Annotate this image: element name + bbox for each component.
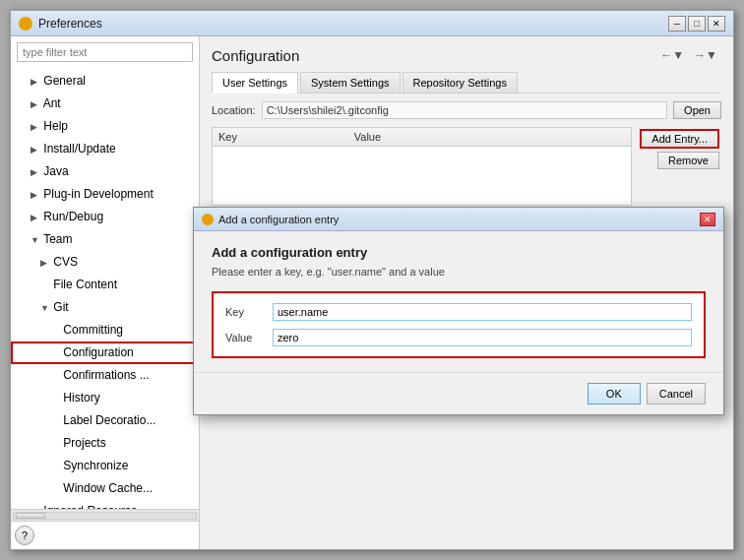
sidebar-item-label: File Content bbox=[53, 278, 117, 291]
remove-button[interactable]: Remove bbox=[657, 152, 719, 169]
filter-input[interactable] bbox=[17, 42, 193, 62]
sidebar-item-run-debug[interactable]: ▶ Run/Debug bbox=[11, 206, 199, 228]
key-label: Key bbox=[225, 306, 265, 318]
dialog-footer: OK Cancel bbox=[194, 372, 723, 414]
arrow-icon bbox=[50, 390, 60, 407]
window-icon bbox=[19, 17, 32, 31]
col-value-header: Value bbox=[354, 131, 626, 143]
sidebar-item-projects[interactable]: Projects bbox=[11, 432, 199, 455]
sidebar-item-label: Label Decoratio... bbox=[63, 413, 155, 427]
dialog-close-button[interactable]: ✕ bbox=[700, 213, 715, 226]
arrow-icon: ▶ bbox=[31, 141, 40, 158]
sidebar-item-confirmations[interactable]: Confirmations ... bbox=[11, 364, 199, 387]
key-input[interactable] bbox=[273, 303, 692, 321]
minimize-button[interactable]: ─ bbox=[668, 16, 686, 31]
arrow-icon: ▶ bbox=[31, 209, 40, 226]
page-title-row: Configuration ←▼ →▼ bbox=[212, 46, 721, 64]
arrow-icon bbox=[40, 277, 50, 294]
sidebar-item-label: History bbox=[63, 391, 99, 404]
sidebar-item-git[interactable]: ▼ Git bbox=[11, 296, 199, 319]
tab-repository-settings[interactable]: Repository Settings bbox=[403, 72, 518, 93]
location-value: C:\Users\shilei2\.gitconfig bbox=[262, 101, 667, 119]
close-button[interactable]: ✕ bbox=[708, 16, 725, 31]
sidebar-item-label: Confirmations ... bbox=[63, 368, 149, 382]
sidebar-item-help[interactable]: ▶ Help bbox=[11, 115, 199, 138]
form-row-value: Value bbox=[225, 329, 692, 346]
sidebar-item-label: Committing bbox=[63, 323, 123, 337]
sidebar-item-file-content[interactable]: File Content bbox=[11, 274, 199, 296]
dialog-heading: Add a configuration entry bbox=[212, 245, 706, 260]
sidebar-item-label: General bbox=[43, 74, 86, 88]
help-button[interactable]: ? bbox=[15, 526, 34, 545]
arrow-icon bbox=[50, 344, 60, 362]
arrow-icon bbox=[50, 322, 60, 340]
horizontal-scrollbar[interactable] bbox=[11, 509, 199, 521]
table-content bbox=[212, 147, 632, 206]
tab-user-settings[interactable]: User Settings bbox=[212, 72, 298, 93]
arrow-icon bbox=[50, 480, 60, 498]
sidebar-item-committing[interactable]: Committing bbox=[11, 319, 199, 342]
table-section: Key Value Add Entry... Remove bbox=[212, 127, 721, 206]
arrow-icon: ▶ bbox=[31, 186, 40, 204]
sidebar-item-label: Projects bbox=[63, 436, 105, 450]
sidebar-item-cvs[interactable]: ▶ CVS bbox=[11, 251, 199, 274]
arrow-icon: ▼ bbox=[40, 299, 50, 317]
title-bar: Preferences ─ □ ✕ bbox=[11, 11, 733, 36]
sidebar-item-configuration[interactable]: Configuration bbox=[11, 342, 199, 364]
sidebar-item-label: Window Cache... bbox=[63, 481, 153, 495]
sidebar-item-label: Ant bbox=[43, 96, 61, 110]
sidebar-item-label: Synchronize bbox=[63, 459, 128, 472]
value-label: Value bbox=[225, 332, 265, 343]
sidebar-item-synchronize[interactable]: Synchronize bbox=[11, 455, 199, 477]
table-header: Key Value bbox=[212, 127, 632, 147]
table-container: Key Value bbox=[212, 127, 632, 206]
arrow-icon: ▶ bbox=[31, 73, 40, 91]
sidebar-item-general[interactable]: ▶ General bbox=[11, 70, 199, 93]
sidebar-item-label: Configuration bbox=[63, 345, 133, 359]
sidebar-item-ignored-resources[interactable]: Ignored Resource... bbox=[11, 500, 199, 509]
sidebar-item-label: Help bbox=[43, 119, 68, 133]
nav-buttons: ←▼ →▼ bbox=[656, 46, 721, 64]
sidebar-item-window-cache[interactable]: Window Cache... bbox=[11, 477, 199, 500]
tab-system-settings[interactable]: System Settings bbox=[300, 72, 400, 93]
open-button[interactable]: Open bbox=[673, 101, 721, 119]
arrow-icon: ▶ bbox=[40, 254, 50, 272]
dialog-icon bbox=[202, 214, 214, 225]
sidebar-item-label: Install/Update bbox=[43, 142, 115, 156]
arrow-icon: ▶ bbox=[31, 95, 40, 113]
dialog-description: Please enter a key, e.g. "user.name" and… bbox=[212, 266, 706, 278]
sidebar-item-label: Git bbox=[53, 300, 68, 314]
sidebar-item-team[interactable]: ▼ Team bbox=[11, 228, 199, 251]
cancel-button[interactable]: Cancel bbox=[647, 383, 706, 404]
sidebar-item-plugin-dev[interactable]: ▶ Plug-in Development bbox=[11, 183, 199, 206]
sidebar-item-java[interactable]: ▶ Java bbox=[11, 160, 199, 183]
value-input[interactable] bbox=[273, 329, 692, 346]
sidebar-item-history[interactable]: History bbox=[11, 387, 199, 409]
dialog-body: Add a configuration entry Please enter a… bbox=[194, 231, 723, 372]
dialog-title: Add a configuration entry bbox=[218, 214, 339, 225]
arrow-icon: ▶ bbox=[31, 118, 40, 136]
sidebar-item-label: CVS bbox=[53, 255, 78, 269]
scroll-thumb[interactable] bbox=[16, 513, 45, 519]
dialog: Add a configuration entry ✕ Add a config… bbox=[193, 207, 724, 415]
arrow-icon bbox=[50, 458, 60, 475]
sidebar: ▶ General ▶ Ant ▶ Help ▶ Install/Update … bbox=[11, 36, 200, 549]
col-key-header: Key bbox=[218, 131, 354, 143]
sidebar-item-label-decorations[interactable]: Label Decoratio... bbox=[11, 409, 199, 432]
dialog-title-left: Add a configuration entry bbox=[202, 214, 339, 225]
page-title: Configuration bbox=[212, 47, 299, 64]
arrow-icon bbox=[50, 435, 60, 453]
add-entry-button[interactable]: Add Entry... bbox=[640, 129, 719, 149]
maximize-button[interactable]: □ bbox=[688, 16, 706, 31]
sidebar-item-label: Run/Debug bbox=[43, 210, 103, 223]
sidebar-item-ant[interactable]: ▶ Ant bbox=[11, 93, 199, 115]
sidebar-item-label: Java bbox=[43, 164, 68, 178]
dialog-form: Key Value bbox=[212, 291, 706, 358]
location-label: Location: bbox=[212, 104, 256, 116]
nav-forward-button[interactable]: →▼ bbox=[690, 46, 721, 64]
nav-back-button[interactable]: ←▼ bbox=[656, 46, 688, 64]
ok-button[interactable]: OK bbox=[588, 383, 641, 404]
window-title: Preferences bbox=[38, 17, 102, 31]
sidebar-item-install-update[interactable]: ▶ Install/Update bbox=[11, 138, 199, 160]
title-bar-left: Preferences bbox=[19, 17, 102, 31]
